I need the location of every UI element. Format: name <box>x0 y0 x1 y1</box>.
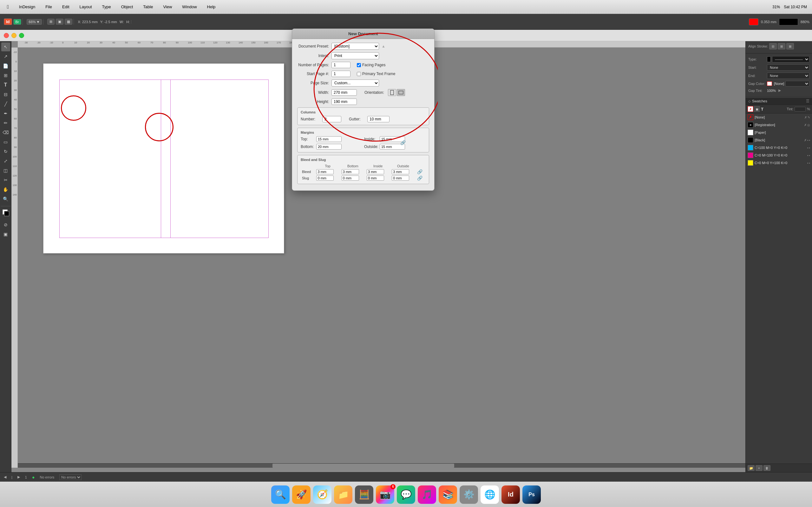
indesign-icon[interactable]: Id <box>4 18 12 25</box>
height-input[interactable] <box>332 99 357 105</box>
tool-gradient[interactable]: ◫ <box>1 166 10 175</box>
slug-inside-input[interactable] <box>367 176 384 181</box>
menu-indesign[interactable]: InDesign <box>17 4 37 10</box>
columns-gutter-input[interactable] <box>367 116 390 122</box>
landscape-btn[interactable] <box>397 89 405 96</box>
margin-top-input[interactable] <box>316 136 342 142</box>
gap-color-select[interactable] <box>785 81 809 87</box>
bleed-link-icon[interactable]: 🔗 <box>417 169 422 174</box>
swatch-item-registration[interactable]: ⊕ [Registration] ✗ ◎ <box>746 121 812 129</box>
align-inside-btn[interactable]: ⊟ <box>769 43 777 49</box>
stroke-start-select[interactable]: None <box>767 64 809 71</box>
menu-file[interactable]: File <box>44 4 54 10</box>
page-nav-back[interactable]: ◀ <box>4 475 6 479</box>
slug-link-icon[interactable]: 🔗 <box>417 176 422 181</box>
slug-top-input[interactable] <box>316 176 334 181</box>
tool-hand[interactable]: ✋ <box>1 185 10 194</box>
dock-finder[interactable]: 🔍 <box>271 486 290 504</box>
delete-swatch-btn[interactable]: 🗑 <box>763 465 770 471</box>
menu-window[interactable]: Window <box>180 4 199 10</box>
tool-fill-stroke[interactable] <box>1 208 10 217</box>
facing-pages-checkbox[interactable] <box>357 63 361 67</box>
menu-table[interactable]: Table <box>141 4 155 10</box>
swatch-item-none[interactable]: ✗ [None] ✗ ✎ <box>746 113 812 121</box>
bridge-button[interactable]: Br <box>13 19 21 25</box>
tool-gap[interactable]: ⊞ <box>1 71 10 80</box>
margins-link-icon[interactable]: 🔗 <box>400 140 406 145</box>
tint-input[interactable] <box>795 107 806 112</box>
view-mode-btn2[interactable]: ▣ <box>56 19 63 25</box>
slug-outside-input[interactable] <box>392 176 409 181</box>
align-outside-btn[interactable]: ⊠ <box>786 43 794 49</box>
swatch-item-yellow[interactable]: C=0 M=0 Y=100 K=0 ▪ ▪ <box>746 159 812 167</box>
columns-number-input[interactable] <box>322 116 341 122</box>
tool-table[interactable]: ⊟ <box>1 90 10 99</box>
intent-select[interactable]: Print <box>332 52 379 59</box>
new-swatch-btn[interactable]: + <box>756 465 763 471</box>
tool-preview[interactable]: ▣ <box>1 230 10 239</box>
minimize-button[interactable] <box>11 33 16 38</box>
num-pages-input[interactable] <box>332 62 351 68</box>
slug-bottom-input[interactable] <box>342 176 359 181</box>
stroke-type-select[interactable]: ———————— <box>772 56 809 62</box>
tool-page[interactable]: 📄 <box>1 61 10 70</box>
zoom-selector[interactable]: 66% ▼ <box>27 19 42 25</box>
margin-bottom-input[interactable] <box>316 144 342 150</box>
tool-line[interactable]: ╱ <box>1 100 10 108</box>
swatches-collapse-icon[interactable]: ◇ <box>748 100 751 103</box>
menu-view[interactable]: View <box>161 4 174 10</box>
swatch-item-magenta[interactable]: C=0 M=100 Y=0 K=0 ▪ ▪ <box>746 152 812 159</box>
view-mode-btn[interactable]: ⊞ <box>47 19 55 25</box>
page-size-select[interactable]: Custom... <box>332 79 379 87</box>
swatch-text-mode[interactable]: T <box>761 107 763 112</box>
tool-direct-select[interactable]: ↗ <box>1 52 10 61</box>
width-input[interactable] <box>332 89 357 96</box>
tool-eraser[interactable]: ⌫ <box>1 128 10 137</box>
preset-select[interactable]: [Custom] <box>332 43 379 50</box>
dock-books[interactable]: 📚 <box>439 486 457 504</box>
portrait-btn[interactable] <box>388 89 396 96</box>
dock-files[interactable]: 📁 <box>334 486 352 504</box>
tool-rotate[interactable]: ↻ <box>1 147 10 156</box>
dock-launchpad[interactable]: 🚀 <box>292 486 310 504</box>
swatch-item-black[interactable]: [Black] ✗ ▪ ▪ <box>746 136 812 144</box>
gap-color-swatch[interactable] <box>767 81 772 86</box>
menu-edit[interactable]: Edit <box>60 4 71 10</box>
view-mode-btn3[interactable]: ▦ <box>65 19 72 25</box>
menu-type[interactable]: Type <box>100 4 113 10</box>
h-scrollbar-thumb[interactable] <box>272 464 455 468</box>
dock-system-prefs[interactable]: ⚙️ <box>460 486 478 504</box>
bleed-top-input[interactable] <box>316 169 334 174</box>
page-nav-fwd[interactable]: ▶ <box>17 475 20 479</box>
maximize-button[interactable] <box>19 33 24 38</box>
swatch-fill-none-btn[interactable]: ▣ <box>754 106 760 112</box>
tool-zoom[interactable]: 🔍 <box>1 194 10 204</box>
apple-menu[interactable]:  <box>5 3 11 10</box>
preflight-select[interactable]: No errors <box>59 474 82 480</box>
swatch-item-cyan[interactable]: C=100 M=0 Y=0 K=0 ▪ ▪ <box>746 144 812 152</box>
tool-scale[interactable]: ⤢ <box>1 157 10 165</box>
dock-calculator[interactable]: 🧮 <box>355 486 373 504</box>
tool-none[interactable]: ⊘ <box>1 220 10 229</box>
gap-tint-arrow[interactable]: ▶ <box>778 89 781 93</box>
new-color-group-btn[interactable]: 📁 <box>748 465 755 471</box>
start-page-input[interactable] <box>332 71 351 77</box>
bleed-bottom-input[interactable] <box>342 169 359 174</box>
bleed-inside-input[interactable] <box>367 169 384 174</box>
dock-messages[interactable]: 💬 <box>397 486 415 504</box>
stroke-color-btn[interactable] <box>749 18 758 25</box>
menu-object[interactable]: Object <box>119 4 135 10</box>
stroke-end-select[interactable]: None <box>767 72 809 79</box>
primary-text-checkbox[interactable] <box>357 72 361 76</box>
swatches-panel-menu[interactable]: ☰ <box>806 99 809 103</box>
menu-help[interactable]: Help <box>205 4 217 10</box>
tool-text[interactable]: T <box>1 80 10 89</box>
dock-photoshop[interactable]: Ps <box>522 486 541 504</box>
align-center-btn[interactable]: ⊞ <box>778 43 785 49</box>
tool-select[interactable]: ↖ <box>1 43 10 51</box>
dock-safari[interactable]: 🧭 <box>313 486 332 504</box>
tool-scissors[interactable]: ✂ <box>1 176 10 184</box>
tool-rect[interactable]: ▭ <box>1 137 10 147</box>
dock-indesign[interactable]: Id <box>502 486 520 504</box>
dock-chrome[interactable]: 🌐 <box>480 486 499 504</box>
